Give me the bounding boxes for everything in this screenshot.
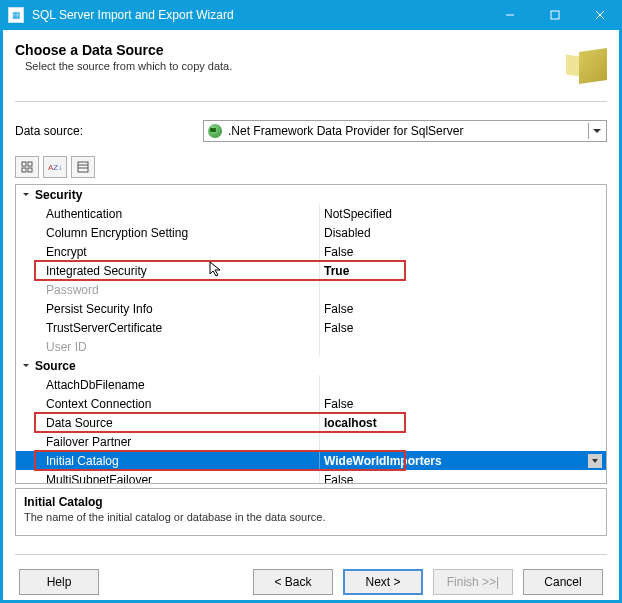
property-row[interactable]: Failover Partner <box>16 432 606 451</box>
minimize-button[interactable] <box>487 0 532 30</box>
description-text: The name of the initial catalog or datab… <box>24 511 598 523</box>
finish-button: Finish >>| <box>433 569 513 595</box>
property-grid[interactable]: SecurityAuthenticationNotSpecifiedColumn… <box>15 184 607 484</box>
description-title: Initial Catalog <box>24 495 598 509</box>
property-value[interactable] <box>320 432 606 451</box>
help-button[interactable]: Help <box>19 569 99 595</box>
titlebar: ▦ SQL Server Import and Export Wizard <box>0 0 622 30</box>
property-name: Encrypt <box>34 242 320 261</box>
svg-rect-8 <box>78 162 88 172</box>
category-row[interactable]: Source <box>16 356 606 375</box>
datasource-label: Data source: <box>15 124 195 138</box>
property-name: AttachDbFilename <box>34 375 320 394</box>
property-pages-button[interactable] <box>71 156 95 178</box>
property-row[interactable]: EncryptFalse <box>16 242 606 261</box>
svg-rect-5 <box>28 162 32 166</box>
property-value[interactable] <box>320 375 606 394</box>
property-value[interactable]: NotSpecified <box>320 204 606 223</box>
property-row[interactable]: Context ConnectionFalse <box>16 394 606 413</box>
chevron-down-icon[interactable] <box>20 189 31 200</box>
maximize-button[interactable] <box>532 0 577 30</box>
property-value[interactable]: False <box>320 470 606 484</box>
property-value[interactable]: True <box>320 261 606 280</box>
category-label: Source <box>35 359 76 373</box>
property-row[interactable]: AttachDbFilename <box>16 375 606 394</box>
property-name: Persist Security Info <box>34 299 320 318</box>
property-toolbar: AZ↓ <box>15 156 607 178</box>
datasource-selected: .Net Framework Data Provider for SqlServ… <box>228 124 463 138</box>
property-value[interactable]: Disabled <box>320 223 606 242</box>
property-row[interactable]: Initial CatalogWideWorldImporters <box>16 451 606 470</box>
property-value[interactable] <box>320 337 606 356</box>
property-value[interactable]: False <box>320 394 606 413</box>
svg-rect-7 <box>28 168 32 172</box>
property-row[interactable]: User ID <box>16 337 606 356</box>
property-name: TrustServerCertificate <box>34 318 320 337</box>
chevron-down-icon <box>588 123 604 139</box>
category-label: Security <box>35 188 82 202</box>
wizard-icon <box>562 42 607 87</box>
property-value[interactable]: WideWorldImporters <box>320 451 606 470</box>
property-name: Password <box>34 280 320 299</box>
property-row[interactable]: Password <box>16 280 606 299</box>
cancel-button[interactable]: Cancel <box>523 569 603 595</box>
property-name: MultiSubnetFailover <box>34 470 320 484</box>
property-name: Integrated Security <box>34 261 320 280</box>
property-row[interactable]: MultiSubnetFailoverFalse <box>16 470 606 484</box>
property-row[interactable]: TrustServerCertificateFalse <box>16 318 606 337</box>
property-value[interactable]: False <box>320 242 606 261</box>
next-button[interactable]: Next > <box>343 569 423 595</box>
globe-icon <box>208 124 222 138</box>
page-title: Choose a Data Source <box>15 42 562 58</box>
property-row[interactable]: AuthenticationNotSpecified <box>16 204 606 223</box>
property-value[interactable]: False <box>320 318 606 337</box>
property-value[interactable]: localhost <box>320 413 606 432</box>
property-row[interactable]: Integrated SecurityTrue <box>16 261 606 280</box>
back-button[interactable]: < Back <box>253 569 333 595</box>
close-button[interactable] <box>577 0 622 30</box>
property-name: Failover Partner <box>34 432 320 451</box>
page-subtitle: Select the source from which to copy dat… <box>15 60 562 72</box>
property-name: Context Connection <box>34 394 320 413</box>
datasource-dropdown[interactable]: .Net Framework Data Provider for SqlServ… <box>203 120 607 142</box>
svg-rect-6 <box>22 168 26 172</box>
property-value[interactable] <box>320 280 606 299</box>
svg-rect-1 <box>551 11 559 19</box>
property-name: User ID <box>34 337 320 356</box>
chevron-down-icon[interactable] <box>20 360 31 371</box>
property-row[interactable]: Column Encryption SettingDisabled <box>16 223 606 242</box>
chevron-down-icon[interactable] <box>588 454 602 468</box>
window-title: SQL Server Import and Export Wizard <box>32 8 487 22</box>
property-name: Authentication <box>34 204 320 223</box>
description-panel: Initial Catalog The name of the initial … <box>15 488 607 536</box>
alphabetical-button[interactable]: AZ↓ <box>43 156 67 178</box>
property-name: Column Encryption Setting <box>34 223 320 242</box>
property-value[interactable]: False <box>320 299 606 318</box>
property-row[interactable]: Data Sourcelocalhost <box>16 413 606 432</box>
wizard-header: Choose a Data Source Select the source f… <box>15 30 607 102</box>
svg-rect-4 <box>22 162 26 166</box>
wizard-buttons: Help < Back Next > Finish >>| Cancel <box>15 555 607 595</box>
property-row[interactable]: Persist Security InfoFalse <box>16 299 606 318</box>
categorized-button[interactable] <box>15 156 39 178</box>
property-name: Data Source <box>34 413 320 432</box>
app-icon: ▦ <box>8 7 24 23</box>
property-name: Initial Catalog <box>34 451 320 470</box>
category-row[interactable]: Security <box>16 185 606 204</box>
